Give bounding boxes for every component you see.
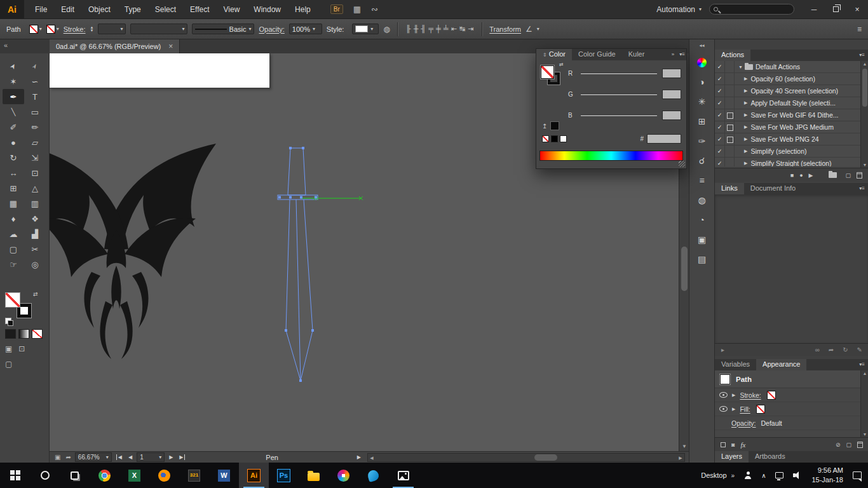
artboard-tool-icon[interactable]: ▢: [3, 241, 24, 257]
new-effect-icon[interactable]: ◙: [731, 442, 735, 448]
bridge-button[interactable]: Br: [330, 4, 343, 14]
tab-appearance[interactable]: Appearance: [756, 359, 806, 370]
taskbar-media-player-321-icon[interactable]: 321: [179, 463, 209, 488]
channel-value-input[interactable]: [662, 90, 681, 99]
scrollbar-thumb[interactable]: [534, 454, 557, 461]
document-tab[interactable]: 0ad.ai* @ 66.67% (RGB/Preview) ×: [50, 39, 180, 53]
taskbar-file-explorer-icon[interactable]: [299, 463, 329, 488]
selection-tool-icon[interactable]: ➤: [3, 58, 24, 74]
action-checkbox[interactable]: ✓: [715, 158, 725, 166]
panel-menu-icon[interactable]: ▾≡: [855, 183, 868, 194]
symbols-panel-icon[interactable]: ☌: [692, 153, 712, 168]
opacity-attribute-row[interactable]: Opacity: Default: [715, 416, 860, 430]
artboards-panel-icon[interactable]: ▣: [692, 232, 712, 247]
taskbar-word-icon[interactable]: W: [209, 463, 239, 488]
delete-action-icon[interactable]: [857, 172, 862, 179]
stop-icon[interactable]: ■: [790, 172, 794, 179]
action-checkbox[interactable]: ✓: [715, 61, 725, 72]
rotate-tool-icon[interactable]: ↻: [3, 150, 24, 165]
stroke-weight-stepper[interactable]: ▲▼: [90, 26, 94, 32]
menu-item[interactable]: View: [217, 0, 247, 19]
mesh-tool-icon[interactable]: ▦: [3, 196, 24, 211]
zoom-tool-icon[interactable]: ◎: [24, 257, 46, 272]
expand-caret-icon[interactable]: ▶: [744, 76, 747, 81]
goto-link-icon[interactable]: ➦: [829, 346, 834, 353]
taskbar-chrome-icon[interactable]: [90, 463, 119, 488]
status-expand-icon[interactable]: ▶: [357, 454, 361, 460]
fill-attribute-row[interactable]: ▶ Fill:: [715, 402, 860, 416]
workspace-switcher[interactable]: Automation ▾: [649, 5, 709, 14]
draw-normal-icon[interactable]: ▣: [5, 344, 12, 353]
scroll-right-icon[interactable]: ▶: [677, 454, 684, 461]
action-row[interactable]: ✓ ▼ ▶ Save For Web PNG 24: [715, 133, 860, 146]
opacity-select[interactable]: 100%▾: [289, 24, 322, 34]
channel-value-input[interactable]: [662, 69, 681, 78]
arrange-documents-icon[interactable]: ▦: [353, 4, 361, 14]
next-artboard-button[interactable]: ▶: [169, 454, 173, 460]
expand-caret-icon[interactable]: ▶: [744, 112, 747, 118]
action-checkbox[interactable]: ✓: [715, 146, 725, 157]
minimize-button[interactable]: ─: [803, 0, 825, 19]
channel-slider[interactable]: [581, 72, 657, 74]
dialog-toggle-icon[interactable]: [725, 133, 735, 145]
gradient-panel-icon[interactable]: ◍: [692, 193, 712, 208]
taskbar-firefox-icon[interactable]: [149, 463, 179, 488]
lasso-tool-icon[interactable]: ∽: [24, 74, 46, 89]
action-row[interactable]: ✓ ▼ ▶ Default Actions: [715, 61, 860, 73]
taskbar-illustrator-icon[interactable]: Ai: [239, 463, 269, 488]
fill-swatch[interactable]: ▾: [29, 25, 42, 34]
app-logo[interactable]: Ai: [0, 0, 24, 19]
zoom-level-select[interactable]: 66.67%▾: [75, 452, 112, 462]
pencil-tool-icon[interactable]: ✏: [24, 119, 46, 135]
black-swatch[interactable]: [551, 135, 558, 142]
tab-variables[interactable]: Variables: [715, 359, 756, 370]
visibility-eye-icon[interactable]: [719, 392, 728, 398]
scroll-left-icon[interactable]: ◀: [368, 454, 376, 461]
collapse-group-icon[interactable]: »: [668, 49, 678, 60]
restore-button[interactable]: [825, 0, 846, 19]
menu-item[interactable]: Edit: [54, 0, 81, 19]
magic-wand-tool-icon[interactable]: ✶: [3, 74, 24, 89]
brushes-panel-icon[interactable]: ✑: [692, 133, 712, 149]
new-action-icon[interactable]: ▢: [845, 172, 851, 179]
channel-slider[interactable]: [581, 93, 657, 95]
stroke-attribute-row[interactable]: ▶ Stroke:: [715, 388, 860, 402]
action-checkbox[interactable]: ✓: [715, 73, 725, 85]
none-swatch[interactable]: [542, 135, 549, 142]
free-transform-tool-icon[interactable]: ⊡: [24, 165, 46, 180]
scroll-down-icon[interactable]: ▼: [861, 432, 868, 437]
network-icon[interactable]: [775, 472, 783, 478]
scroll-down-icon[interactable]: ▼: [861, 163, 868, 167]
desktop-toolbar[interactable]: Desktop »: [701, 471, 735, 479]
align-right-icon[interactable]: ╢: [421, 25, 426, 32]
scroll-up-icon[interactable]: ▲: [861, 371, 868, 376]
scrollbar-thumb[interactable]: [862, 69, 867, 107]
expand-caret-icon[interactable]: ▶: [744, 100, 747, 105]
stroke-swatch[interactable]: ▾: [46, 25, 59, 34]
width-profile-select[interactable]: ▾: [130, 24, 187, 34]
none-mode-button[interactable]: [32, 329, 43, 339]
swatches-panel-icon[interactable]: ⊞: [692, 114, 712, 129]
panel-scrollbar[interactable]: ▲ ▼: [860, 370, 868, 437]
swap-colors-icon[interactable]: ⇄: [33, 291, 38, 297]
gradient-tool-icon[interactable]: ▥: [24, 196, 46, 211]
new-stroke-icon[interactable]: [721, 442, 726, 447]
color-spectrum[interactable]: [539, 151, 683, 161]
cs-live-icon[interactable]: ∾: [371, 4, 378, 14]
align-left-icon[interactable]: ╟: [406, 25, 411, 32]
style-select[interactable]: ▾: [352, 24, 379, 34]
links-expand-icon[interactable]: ▸: [721, 346, 724, 353]
close-button[interactable]: ×: [846, 0, 868, 19]
slice-tool-icon[interactable]: ✂: [24, 241, 46, 257]
dialog-toggle-icon[interactable]: [725, 73, 735, 85]
channel-value-input[interactable]: [662, 111, 681, 120]
align-top-icon[interactable]: ╤: [428, 25, 433, 32]
stroke-none-swatch[interactable]: [767, 391, 776, 400]
fx-icon[interactable]: fx: [740, 441, 745, 449]
kuler-panel-icon[interactable]: ✳: [692, 94, 712, 109]
tab-artboards[interactable]: Artboards: [749, 451, 792, 463]
taskbar-task-view-button[interactable]: [60, 463, 90, 488]
dialog-toggle-icon[interactable]: [725, 158, 735, 166]
action-checkbox[interactable]: ✓: [715, 121, 725, 133]
align-center-horizontal-icon[interactable]: ╫: [414, 25, 419, 32]
